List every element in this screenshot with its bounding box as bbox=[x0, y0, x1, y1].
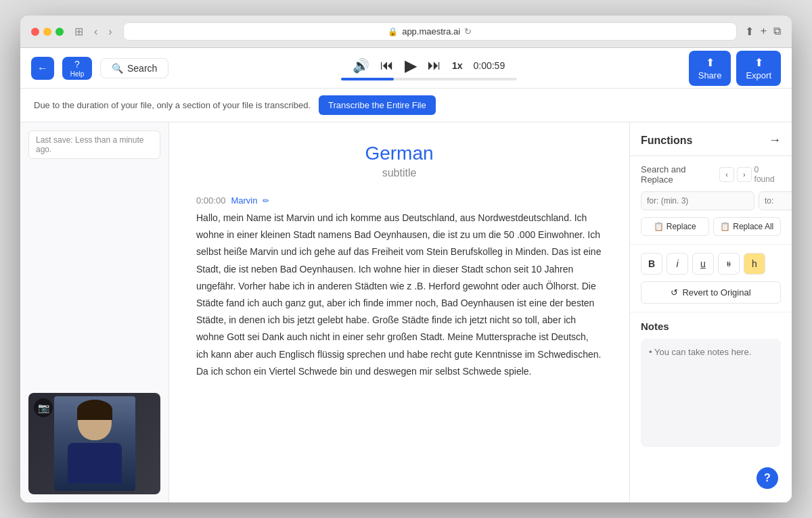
help-label: Help bbox=[70, 70, 85, 78]
nav-back-button[interactable]: ‹ bbox=[91, 24, 100, 39]
sr-next-button[interactable]: › bbox=[737, 167, 752, 182]
help-circle-button[interactable]: ? bbox=[757, 467, 778, 489]
transcript-entry: 0:00:00 Marvin ✏ Hallo, mein Name ist Ma… bbox=[196, 195, 602, 380]
share-label: Share bbox=[698, 70, 722, 80]
app-container: ← ? Help 🔍 Search 🔊 ⏮ ▶ bbox=[20, 48, 792, 502]
maximize-button[interactable] bbox=[55, 28, 64, 36]
search-replace-label: Search and Replace bbox=[641, 164, 719, 185]
minimize-button[interactable] bbox=[43, 28, 51, 36]
format-row: B i u ti h bbox=[641, 253, 781, 275]
replace-button[interactable]: 📋 Replace bbox=[641, 217, 709, 236]
help-button[interactable]: ? Help bbox=[62, 57, 92, 80]
person-body bbox=[68, 443, 122, 484]
document-title: German bbox=[196, 143, 602, 164]
new-tab-icon[interactable]: + bbox=[761, 25, 767, 38]
revert-label: Revert to Original bbox=[682, 287, 750, 298]
traffic-lights bbox=[31, 28, 64, 36]
volume-button[interactable]: 🔊 bbox=[353, 57, 369, 74]
close-button[interactable] bbox=[31, 28, 39, 36]
document-subtitle: subtitle bbox=[196, 167, 602, 179]
back-button[interactable]: ← bbox=[31, 57, 54, 80]
replace-label: Replace bbox=[667, 222, 696, 231]
search-for-input[interactable] bbox=[641, 191, 754, 210]
play-button[interactable]: ▶ bbox=[405, 56, 417, 75]
person-head bbox=[78, 403, 112, 440]
strikethrough-button[interactable]: ti bbox=[718, 253, 740, 275]
top-bar: ← ? Help 🔍 Search 🔊 ⏮ ▶ bbox=[20, 48, 792, 89]
notes-textarea[interactable] bbox=[641, 339, 781, 447]
underline-icon: u bbox=[700, 258, 706, 269]
highlight-button[interactable]: h bbox=[744, 253, 765, 275]
time-display: 0:00:59 bbox=[473, 60, 505, 71]
edit-speaker-icon[interactable]: ✏ bbox=[263, 196, 269, 206]
underline-button[interactable]: u bbox=[692, 253, 714, 275]
revert-to-original-button[interactable]: ↺ Revert to Original bbox=[641, 281, 781, 304]
functions-expand-icon[interactable]: → bbox=[769, 133, 781, 147]
volume-icon: 🔊 bbox=[353, 57, 369, 74]
italic-icon: i bbox=[676, 258, 678, 269]
functions-panel: Functions → Search and Replace ‹ › 0 fou… bbox=[629, 122, 792, 502]
url-display: app.maestra.ai bbox=[402, 26, 460, 37]
fast-forward-icon: ⏭ bbox=[428, 57, 441, 73]
nav-forward-button[interactable]: › bbox=[106, 24, 114, 39]
video-thumbnail: 📷 bbox=[28, 393, 160, 494]
browser-actions: ⬆ + ⧉ bbox=[745, 25, 781, 38]
left-sidebar: Last save: Less than a minute ago. 📷 bbox=[20, 122, 169, 502]
person-hair bbox=[77, 400, 112, 420]
fast-forward-button[interactable]: ⏭ bbox=[428, 57, 441, 73]
video-person-silhouette bbox=[54, 396, 135, 491]
speed-display: 1x bbox=[452, 60, 463, 71]
export-button[interactable]: ⬆ Export bbox=[736, 51, 781, 86]
notification-bar: Due to the duration of your file, only a… bbox=[20, 89, 792, 122]
notification-message: Due to the duration of your file, only a… bbox=[34, 100, 311, 110]
address-bar[interactable]: 🔒 app.maestra.ai ↻ bbox=[123, 22, 737, 41]
browser-nav-controls: ⊞ ‹ › bbox=[72, 24, 115, 39]
replace-all-icon: 📋 bbox=[720, 222, 730, 231]
camera-off-icon[interactable]: 📷 bbox=[34, 398, 53, 417]
transcript-text[interactable]: Hallo, mein Name ist Marvin und ich komm… bbox=[196, 210, 602, 380]
share-button[interactable]: ⬆ Share bbox=[689, 51, 731, 86]
formatting-section: B i u ti h bbox=[630, 245, 792, 312]
rewind-button[interactable]: ⏮ bbox=[380, 57, 394, 73]
transcribe-entire-file-button[interactable]: Transcribe the Entire File bbox=[319, 95, 436, 115]
bold-button[interactable]: B bbox=[641, 253, 662, 275]
search-label: Search bbox=[127, 63, 157, 74]
entry-header: 0:00:00 Marvin ✏ bbox=[196, 195, 602, 206]
functions-header: Functions → bbox=[630, 122, 792, 156]
tab-overview-icon[interactable]: ⧉ bbox=[773, 25, 781, 38]
speaker-name[interactable]: Marvin bbox=[231, 195, 257, 206]
play-icon: ▶ bbox=[405, 56, 417, 75]
last-save-status: Last save: Less than a minute ago. bbox=[28, 131, 160, 159]
highlight-icon: h bbox=[752, 258, 757, 269]
media-buttons: 🔊 ⏮ ▶ ⏭ 1x 0:00:59 bbox=[353, 56, 505, 75]
search-replace-section: Search and Replace ‹ › 0 found 📋 bbox=[630, 156, 792, 245]
sidebar-toggle-button[interactable]: ⊞ bbox=[72, 24, 86, 39]
progress-bar[interactable] bbox=[341, 78, 517, 80]
progress-fill bbox=[341, 78, 394, 80]
sr-navigation: ‹ › 0 found bbox=[719, 165, 781, 184]
export-label: Export bbox=[746, 70, 771, 80]
media-controls: 🔊 ⏮ ▶ ⏭ 1x 0:00:59 bbox=[177, 56, 680, 80]
italic-button[interactable]: i bbox=[667, 253, 688, 275]
notes-title: Notes bbox=[641, 321, 781, 332]
replace-all-button[interactable]: 📋 Replace All bbox=[713, 217, 782, 236]
sr-prev-button[interactable]: ‹ bbox=[719, 167, 734, 182]
strikethrough-icon: ti bbox=[727, 260, 731, 268]
editor-area[interactable]: German subtitle 0:00:00 Marvin ✏ Hallo, … bbox=[169, 122, 629, 502]
speed-control[interactable]: 1x bbox=[452, 60, 463, 71]
replace-to-input[interactable] bbox=[759, 191, 792, 210]
browser-chrome: ⊞ ‹ › 🔒 app.maestra.ai ↻ ⬆ + ⧉ bbox=[20, 16, 792, 48]
sr-buttons: 📋 Replace 📋 Replace All bbox=[641, 217, 781, 236]
sr-count: 0 found bbox=[754, 165, 781, 184]
reload-icon[interactable]: ↻ bbox=[464, 26, 472, 37]
functions-title: Functions bbox=[641, 135, 692, 147]
bold-icon: B bbox=[648, 258, 655, 269]
replace-icon: 📋 bbox=[654, 222, 664, 231]
search-button[interactable]: 🔍 Search bbox=[100, 58, 168, 78]
share-browser-icon[interactable]: ⬆ bbox=[745, 25, 754, 38]
back-icon: ← bbox=[37, 62, 48, 74]
rewind-icon: ⏮ bbox=[380, 57, 394, 73]
share-icon: ⬆ bbox=[706, 56, 715, 69]
transcribe-label: Transcribe the Entire File bbox=[328, 100, 426, 110]
search-replace-header: Search and Replace ‹ › 0 found bbox=[641, 164, 781, 185]
